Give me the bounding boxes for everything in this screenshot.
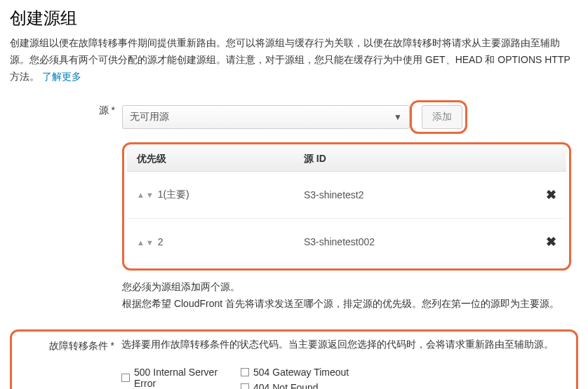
origins-label: 源 * xyxy=(10,100,122,322)
move-up-icon[interactable]: ▲ xyxy=(137,191,145,199)
chevron-down-icon: ▼ xyxy=(394,112,402,122)
move-down-icon[interactable]: ▼ xyxy=(146,238,154,247)
origins-select-value: 无可用源 xyxy=(130,111,169,123)
col-priority: 优先级 xyxy=(127,147,294,172)
origins-hint: 您必须为源组添加两个源。 根据您希望 CloudFront 首先将请求发送至哪个… xyxy=(122,279,578,313)
failover-description: 选择要用作故障转移条件的状态代码。当主要源返回您选择的代码时，会将请求重新路由至… xyxy=(121,339,573,351)
remove-icon[interactable]: ✖ xyxy=(546,188,556,202)
priority-value: 1(主要) xyxy=(158,189,189,200)
origin-id-value: S3-shinetest002 xyxy=(294,219,505,266)
checkbox-icon xyxy=(241,383,249,389)
origins-table-highlight: 优先级 源 ID ▲▼ 1(主要) S3-shinetest2 ✖ xyxy=(122,142,571,271)
checkbox-404[interactable]: 404 Not Found xyxy=(241,382,360,389)
origins-select[interactable]: 无可用源 ▼ xyxy=(122,105,410,129)
remove-icon[interactable]: ✖ xyxy=(546,235,556,249)
add-origin-button[interactable]: 添加 xyxy=(422,105,462,129)
page-description-text: 创建源组以便在故障转移事件期间提供重新路由。您可以将源组与缓存行为关联，以便在故… xyxy=(10,37,570,82)
origins-hint-line2: 根据您希望 CloudFront 首先将请求发送至哪个源，排定源的优先级。您列在… xyxy=(122,296,578,313)
move-up-icon[interactable]: ▲ xyxy=(137,238,145,247)
col-origin-id: 源 ID xyxy=(294,147,505,172)
origins-table: 优先级 源 ID ▲▼ 1(主要) S3-shinetest2 ✖ xyxy=(127,147,566,266)
checkbox-icon xyxy=(121,374,130,382)
checkbox-500[interactable]: 500 Internal Server Error xyxy=(121,367,241,389)
priority-value: 2 xyxy=(158,236,163,247)
failover-label: 故障转移条件 * xyxy=(15,336,121,389)
failover-row: 故障转移条件 * 选择要用作故障转移条件的状态代码。当主要源返回您选择的代码时，… xyxy=(15,336,573,389)
origins-row: 源 * 无可用源 ▼ 添加 优先级 源 ID xyxy=(10,100,578,322)
failover-highlight: 故障转移条件 * 选择要用作故障转移条件的状态代码。当主要源返回您选择的代码时，… xyxy=(10,329,578,389)
learn-more-link[interactable]: 了解更多 xyxy=(42,71,81,82)
page-description: 创建源组以便在故障转移事件期间提供重新路由。您可以将源组与缓存行为关联，以便在故… xyxy=(10,35,578,85)
checkbox-504[interactable]: 504 Gateway Timeout xyxy=(241,367,360,378)
origin-id-value: S3-shinetest2 xyxy=(294,172,505,219)
move-down-icon[interactable]: ▼ xyxy=(146,191,154,199)
page-title: 创建源组 xyxy=(10,7,578,29)
origins-hint-line1: 您必须为源组添加两个源。 xyxy=(122,279,578,296)
table-row: ▲▼ 2 S3-shinetest002 ✖ xyxy=(127,219,566,266)
table-row: ▲▼ 1(主要) S3-shinetest2 ✖ xyxy=(127,172,566,219)
checkbox-icon xyxy=(241,368,249,376)
